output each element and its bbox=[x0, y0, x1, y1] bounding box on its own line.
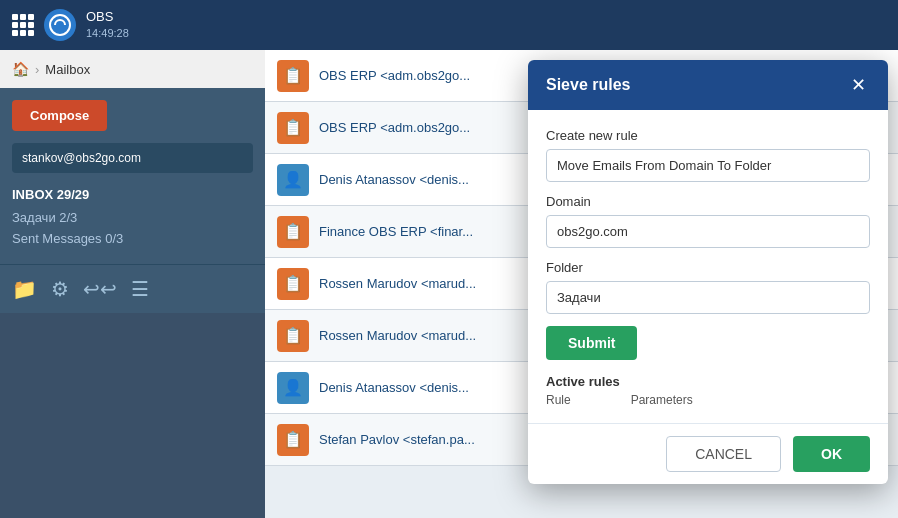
compose-button[interactable]: Compose bbox=[12, 100, 107, 131]
avatar: 📋 bbox=[277, 112, 309, 144]
folder-icon-btn[interactable]: 📁 bbox=[12, 277, 37, 301]
topbar: OBS 14:49:28 bbox=[0, 0, 898, 50]
modal-title: Sieve rules bbox=[546, 76, 631, 94]
email-sender: Rossen Marudov <marud... bbox=[319, 276, 476, 291]
email-list-area: 📋 OBS ERP <adm.obs2go... 📋 OBS ERP <adm.… bbox=[265, 50, 898, 518]
email-sender: Denis Atanassov <denis... bbox=[319, 172, 469, 187]
modal-body: Create new rule Domain Folder Submit Act… bbox=[528, 110, 888, 423]
modal-footer: CANCEL OK bbox=[528, 423, 888, 484]
avatar: 📋 bbox=[277, 424, 309, 456]
domain-input[interactable] bbox=[546, 215, 870, 248]
grid-icon[interactable] bbox=[12, 14, 34, 36]
user-email: stankov@obs2go.com bbox=[12, 143, 253, 173]
avatar: 📋 bbox=[277, 60, 309, 92]
settings-icon-btn[interactable]: ⚙ bbox=[51, 277, 69, 301]
app-name: OBS bbox=[86, 9, 129, 26]
sieve-rules-modal: Sieve rules ✕ Create new rule Domain Fol… bbox=[528, 60, 888, 484]
avatar: 👤 bbox=[277, 372, 309, 404]
sidebar-icons: 📁 ⚙ ↩↩ ☰ bbox=[0, 264, 265, 313]
rule-name-input[interactable] bbox=[546, 149, 870, 182]
main-layout: 🏠 › Mailbox Compose stankov@obs2go.com I… bbox=[0, 50, 898, 518]
app-time: 14:49:28 bbox=[86, 26, 129, 40]
breadcrumb-sep: › bbox=[35, 62, 39, 77]
inbox-label[interactable]: INBOX 29/29 bbox=[12, 187, 253, 202]
email-sender: Finance OBS ERP <finar... bbox=[319, 224, 473, 239]
parameters-col-header: Parameters bbox=[631, 393, 693, 407]
email-sender: OBS ERP <adm.obs2go... bbox=[319, 68, 470, 83]
svg-point-0 bbox=[50, 15, 70, 35]
cancel-button[interactable]: CANCEL bbox=[666, 436, 781, 472]
modal-header: Sieve rules ✕ bbox=[528, 60, 888, 110]
sidebar: Compose stankov@obs2go.com INBOX 29/29 З… bbox=[0, 88, 265, 313]
active-rules-header: Rule Parameters bbox=[546, 393, 870, 407]
avatar: 📋 bbox=[277, 320, 309, 352]
submit-button[interactable]: Submit bbox=[546, 326, 637, 360]
sidebar-content: Compose stankov@obs2go.com INBOX 29/29 З… bbox=[0, 88, 265, 264]
modal-close-button[interactable]: ✕ bbox=[847, 74, 870, 96]
breadcrumb-mailbox: Mailbox bbox=[45, 62, 90, 77]
app-info: OBS 14:49:28 bbox=[86, 9, 129, 40]
home-icon[interactable]: 🏠 bbox=[12, 61, 29, 77]
create-rule-label: Create new rule bbox=[546, 128, 870, 143]
email-sender: Denis Atanassov <denis... bbox=[319, 380, 469, 395]
domain-label: Domain bbox=[546, 194, 870, 209]
sent-link[interactable]: Sent Messages 0/3 bbox=[12, 231, 253, 246]
folder-input[interactable] bbox=[546, 281, 870, 314]
breadcrumb: 🏠 › Mailbox bbox=[0, 50, 265, 88]
avatar: 👤 bbox=[277, 164, 309, 196]
email-sender: OBS ERP <adm.obs2go... bbox=[319, 120, 470, 135]
app-logo bbox=[44, 9, 76, 41]
ok-button[interactable]: OK bbox=[793, 436, 870, 472]
rule-col-header: Rule bbox=[546, 393, 571, 407]
email-sender: Stefan Pavlov <stefan.pa... bbox=[319, 432, 475, 447]
avatar: 📋 bbox=[277, 268, 309, 300]
folder-label: Folder bbox=[546, 260, 870, 275]
indent-icon-btn[interactable]: ☰ bbox=[131, 277, 149, 301]
active-rules-label: Active rules bbox=[546, 374, 870, 389]
zadachi-link[interactable]: Задачи 2/3 bbox=[12, 210, 253, 225]
reply-all-icon-btn[interactable]: ↩↩ bbox=[83, 277, 117, 301]
email-sender: Rossen Marudov <marud... bbox=[319, 328, 476, 343]
avatar: 📋 bbox=[277, 216, 309, 248]
